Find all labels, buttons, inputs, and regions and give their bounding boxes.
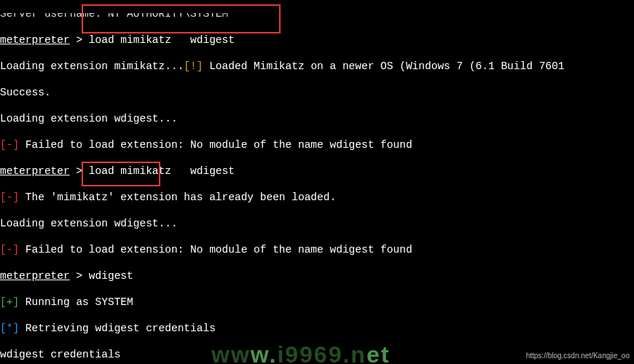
command-text: > load mimikatz wdigest bbox=[70, 34, 235, 46]
warning-marker: [!] bbox=[184, 60, 203, 72]
error-marker: [-] bbox=[0, 244, 19, 256]
success-marker: [+] bbox=[0, 296, 19, 308]
terminal-output: Server username. NT AUTHORITY\SYSTEM met… bbox=[0, 0, 634, 364]
cut-off-line: Server username. NT AUTHORITY\SYSTEM bbox=[0, 13, 228, 20]
output-text: Loading extension wdigest... bbox=[0, 113, 178, 124]
command-text: > load mimikatz wdigest bbox=[70, 165, 235, 177]
error-marker: [-] bbox=[0, 191, 19, 203]
output-text: wdigest credentials bbox=[0, 349, 120, 360]
output-text: Retrieving wdigest credentials bbox=[19, 323, 216, 334]
output-text: Failed to load extension: No module of t… bbox=[19, 139, 412, 151]
info-marker: [*] bbox=[0, 323, 19, 334]
output-text: Loading extension wdigest... bbox=[0, 218, 178, 229]
output-text: The 'mimikatz' extension has already bee… bbox=[19, 191, 336, 203]
output-text: Loaded Mimikatz on a newer OS (Windows 7… bbox=[203, 60, 564, 72]
meterpreter-prompt: meterpreter bbox=[0, 165, 70, 177]
meterpreter-prompt: meterpreter bbox=[0, 34, 70, 46]
source-url: https://blog.csdn.net/Kangjie_oo bbox=[526, 349, 630, 363]
command-text: > wdigest bbox=[70, 270, 133, 282]
error-marker: [-] bbox=[0, 139, 19, 151]
output-text: Failed to load extension: No module of t… bbox=[19, 244, 412, 256]
output-text: Loading extension mimikatz... bbox=[0, 60, 184, 72]
meterpreter-prompt: meterpreter bbox=[0, 270, 70, 282]
output-text: Running as SYSTEM bbox=[19, 296, 133, 308]
output-text: Success. bbox=[0, 87, 51, 98]
